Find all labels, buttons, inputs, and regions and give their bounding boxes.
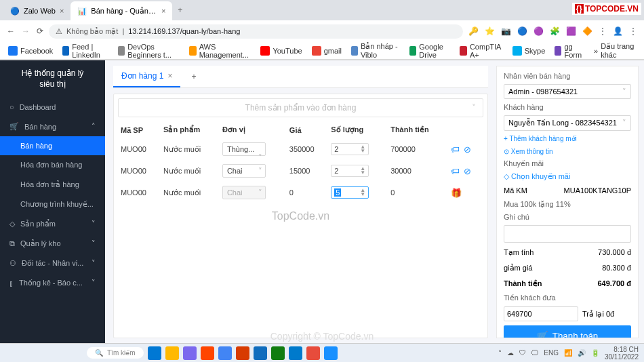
add-customer-link[interactable]: + Thêm khách hàng mới [504, 135, 577, 142]
app-icon[interactable] [183, 346, 197, 360]
qty-input[interactable]: 2▲▼ [331, 143, 369, 155]
stop-icon[interactable]: ⊘ [464, 166, 471, 176]
bookmark-linkedin[interactable]: Feed | LinkedIn [62, 43, 108, 59]
reload-icon[interactable]: ⟳ [37, 26, 43, 36]
bookmark-viblo[interactable]: Bản nháp - Viblo [351, 42, 400, 59]
order-items-table: Mã SP Sản phẩm Đơn vị Giá Số lượng Thành… [118, 121, 483, 203]
battery-icon[interactable]: 🔋 [591, 349, 599, 357]
menu-icon[interactable]: ⋮ [629, 26, 637, 36]
staff-select[interactable]: Admin - 0987654321 [504, 84, 631, 99]
orders-column: Đơn hàng 1 × + Thêm sản phẩm vào đơn hàn… [113, 66, 488, 338]
bookmark-devops[interactable]: DevOps Beginners t... [118, 43, 180, 59]
app-icon[interactable] [324, 346, 338, 360]
ext-icon[interactable]: 🔑 [468, 26, 479, 36]
app-icon[interactable] [218, 346, 232, 360]
app-icon[interactable] [201, 346, 214, 360]
checkout-button[interactable]: 🛒Thanh toán [504, 325, 631, 338]
ext-icon[interactable]: 🔶 [582, 26, 592, 36]
order-tab-1[interactable]: Đơn hàng 1 × [113, 66, 180, 87]
cart-icon: 🛒 [9, 122, 19, 131]
bookmark-youtube[interactable]: YouTube [260, 46, 302, 56]
ext-icon[interactable]: 🟪 [566, 26, 576, 36]
chevron-down-icon: ˅ [92, 279, 96, 287]
view-info-link[interactable]: ⊙ Xem thông tin [504, 148, 552, 155]
sidebar-sub-invoices[interactable]: Hóa đơn bán hàng [0, 155, 105, 175]
close-icon[interactable]: × [60, 7, 64, 15]
tray-icon[interactable]: 🛡 [519, 349, 526, 357]
wifi-icon[interactable]: 📶 [564, 349, 572, 357]
volume-icon[interactable]: 🔊 [578, 349, 586, 357]
forward-icon[interactable]: → [22, 26, 30, 36]
sidebar-sub-promo[interactable]: Chương trình khuyế... [0, 195, 105, 214]
ext-icon[interactable]: ⋮ [599, 26, 607, 36]
browser-tab-zalo[interactable]: 🔵 Zalo Web × [3, 1, 71, 20]
app-icon[interactable] [148, 346, 161, 360]
app-icon[interactable] [165, 346, 179, 360]
cell-product: Nước muối [161, 160, 220, 182]
tray-lang[interactable]: ENG [544, 349, 559, 357]
tray-icon[interactable]: ☁ [507, 349, 514, 357]
subtotal-label: Tạm tính [504, 248, 534, 257]
close-tab-icon[interactable]: × [167, 71, 172, 81]
close-icon[interactable]: × [161, 7, 165, 15]
bookmark-comptia[interactable]: CompTIA A+ [460, 43, 503, 59]
sidebar-item-dashboard[interactable]: ○Dashboard [0, 98, 105, 117]
bookmark-aws[interactable]: AWS Management... [189, 43, 251, 59]
sidebar: Hệ thống quản lý siêu thị ○Dashboard 🛒Bá… [0, 60, 105, 344]
cash-label: Tiền khách đưa [504, 294, 631, 302]
app-icon[interactable] [271, 346, 285, 360]
bookmark-gmail[interactable]: gmail [312, 46, 342, 56]
tag-icon[interactable]: 🏷 [451, 144, 460, 155]
qty-input[interactable]: 2▲▼ [331, 165, 369, 177]
bookmark-gdrive[interactable]: Google Drive [409, 43, 450, 59]
ext-icon[interactable]: 🟣 [534, 26, 544, 36]
qty-input[interactable]: 5▲▼ [331, 186, 369, 199]
partners-icon: ⚇ [9, 259, 16, 268]
new-tab-button[interactable]: + [172, 5, 188, 15]
sidebar-item-reports[interactable]: ⫿Thống kê - Báo c...˅ [0, 273, 105, 293]
col-product: Sản phẩm [161, 121, 220, 138]
ext-icon[interactable]: 📷 [501, 26, 511, 36]
app-icon[interactable] [236, 346, 249, 360]
browser-tab-active[interactable]: 📊 Bán hàng - Quản lý siêu thị mini × [71, 1, 172, 20]
cash-input[interactable] [504, 306, 578, 321]
customer-select[interactable]: Nguyễn Tấn Long - 0823454321 [504, 115, 631, 131]
bookmark-facebook[interactable]: Facebook [8, 46, 53, 56]
order-card: Thêm sản phẩm vào đơn hàng Mã SP Sản phẩ… [113, 94, 488, 338]
app-icon[interactable] [289, 346, 302, 360]
unit-select[interactable]: Thùng... [222, 142, 266, 156]
tray-icon[interactable]: ˄ [498, 349, 502, 357]
watermark-logo: {}TOPCODE.VN [572, 3, 641, 15]
sidebar-item-products[interactable]: ◇Sản phẩm˅ [0, 214, 105, 234]
app-icon[interactable] [306, 346, 320, 360]
ext-icon[interactable]: 🧩 [550, 26, 560, 36]
sidebar-sub-returns[interactable]: Hóa đơn trả hàng [0, 175, 105, 195]
back-icon[interactable]: ← [7, 26, 15, 36]
taskbar-apps [148, 346, 338, 360]
ext-icon[interactable]: ⭐ [485, 26, 495, 36]
sidebar-item-partners[interactable]: ⚇Đối tác - Nhân vi...˅ [0, 254, 105, 273]
taskbar-search[interactable]: 🔍Tìm kiếm [87, 347, 144, 359]
sidebar-item-sales[interactable]: 🛒Bán hàng˄ [0, 117, 105, 136]
tray-icon[interactable]: 🖵 [531, 349, 538, 357]
ext-icon[interactable]: 🔵 [517, 26, 527, 36]
add-order-tab[interactable]: + [183, 68, 204, 85]
sidebar-item-inventory[interactable]: ⧉Quản lý kho˅ [0, 234, 105, 254]
url-input[interactable]: ⚠ Không bảo mật | 13.214.169.137/quan-ly… [49, 24, 463, 39]
bookmark-skype[interactable]: Skype [512, 46, 546, 56]
stop-icon[interactable]: ⊘ [464, 144, 471, 155]
unit-select[interactable]: Chai [222, 164, 266, 178]
avatar-icon[interactable]: 👤 [613, 26, 623, 36]
tag-icon[interactable]: 🏷 [451, 166, 460, 176]
cell-price: 0 [287, 182, 328, 203]
add-product-select[interactable]: Thêm sản phẩm vào đơn hàng [118, 98, 483, 117]
note-textarea[interactable] [504, 225, 631, 243]
bookmark-ggform[interactable]: gg Form [555, 43, 584, 59]
sidebar-sub-sales[interactable]: Bán hàng [0, 136, 105, 155]
app-icon[interactable] [254, 346, 267, 360]
gift-icon[interactable]: 🎁 [451, 188, 462, 198]
chevron-down-icon: ˅ [92, 220, 96, 228]
taskbar-clock[interactable]: 8:18 CH 30/11/2022 [605, 346, 639, 361]
choose-promo-link[interactable]: ◇ Chọn khuyến mãi [504, 172, 631, 181]
bookmark-overflow[interactable]: » Dấu trang khác [594, 42, 636, 59]
